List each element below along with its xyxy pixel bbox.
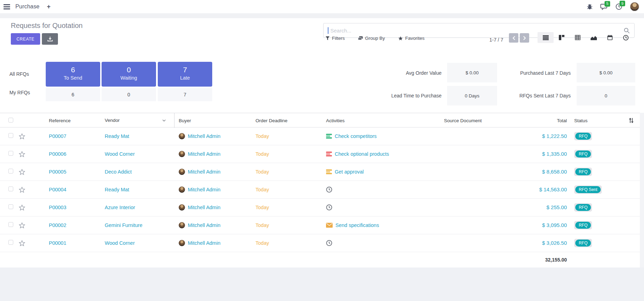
order-deadline: Today: [256, 187, 269, 192]
table-row[interactable]: P00003 Azure Interior Mitchell Admin Tod…: [0, 199, 640, 216]
bug-icon[interactable]: [587, 4, 593, 10]
rfq-list: Reference Vendor Buyer Order Deadline Ac…: [0, 113, 640, 268]
activity-mail-icon[interactable]: [326, 223, 333, 228]
reference-link[interactable]: P00006: [49, 151, 66, 157]
vendor-link[interactable]: Gemini Furniture: [105, 222, 142, 228]
list-view-button[interactable]: [538, 32, 554, 43]
row-checkbox[interactable]: [8, 151, 13, 156]
buyer-link[interactable]: Mitchell Admin: [188, 133, 220, 139]
list-scrollbar[interactable]: [640, 113, 644, 267]
messages-icon[interactable]: 5: [600, 3, 608, 10]
pager-previous-button[interactable]: [509, 33, 518, 43]
buyer-avatar: [179, 186, 185, 193]
my-waiting-count[interactable]: 0: [102, 88, 156, 101]
stat-label-lead-time: Lead Time to Purchase: [391, 93, 442, 98]
favorite-star-icon[interactable]: [19, 169, 25, 175]
favorite-star-icon[interactable]: [19, 133, 25, 139]
favorite-star-icon[interactable]: [19, 222, 25, 228]
favorite-star-icon[interactable]: [19, 151, 25, 157]
reference-link[interactable]: P00001: [49, 240, 66, 246]
buyer-link[interactable]: Mitchell Admin: [188, 169, 220, 175]
activity-link[interactable]: Send specifications: [335, 222, 379, 228]
select-all-checkbox[interactable]: [8, 118, 13, 123]
status-badge: RFQ: [575, 222, 591, 229]
header-vendor[interactable]: Vendor: [105, 113, 175, 128]
table-row[interactable]: P00002 Gemini Furniture Mitchell Admin T…: [0, 216, 640, 234]
header-activities[interactable]: Activities: [326, 118, 424, 123]
activity-tasks-icon[interactable]: [326, 152, 332, 156]
vendor-link[interactable]: Ready Mat: [105, 133, 129, 139]
activity-tasks-icon[interactable]: [326, 169, 332, 174]
table-row[interactable]: P00005 Deco Addict Mitchell Admin Today …: [0, 163, 640, 181]
favorite-star-icon[interactable]: [19, 240, 25, 246]
plus-icon[interactable]: +: [47, 3, 51, 10]
graph-view-button[interactable]: [586, 32, 602, 43]
app-name[interactable]: Purchase: [15, 3, 39, 10]
optional-columns-icon[interactable]: [629, 118, 634, 123]
row-checkbox[interactable]: [8, 133, 13, 138]
activity-clock-icon[interactable]: [326, 204, 332, 211]
table-row[interactable]: P00007 Ready Mat Mitchell Admin Today Ch…: [0, 127, 640, 145]
activity-link[interactable]: Check competitors: [335, 133, 377, 139]
header-reference[interactable]: Reference: [34, 118, 105, 123]
activity-clock-icon[interactable]: 9: [615, 3, 622, 10]
reference-link[interactable]: P00003: [49, 205, 66, 210]
table-row[interactable]: P00004 Ready Mat Mitchell Admin Today $ …: [0, 181, 640, 199]
vendor-link[interactable]: Azure Interior: [105, 205, 135, 210]
vendor-link[interactable]: Ready Mat: [105, 187, 129, 192]
reference-link[interactable]: P00005: [49, 169, 66, 175]
favorite-star-icon[interactable]: [19, 187, 25, 193]
create-button[interactable]: CREATE: [11, 33, 40, 45]
buyer-avatar: [179, 169, 185, 175]
filters-button[interactable]: Filters: [326, 36, 345, 41]
calendar-view-icon: [607, 35, 613, 40]
pager-next-button[interactable]: [520, 33, 529, 43]
export-button[interactable]: [42, 33, 58, 45]
row-checkbox[interactable]: [8, 169, 13, 174]
header-total[interactable]: Total: [502, 118, 570, 123]
activity-tasks-icon[interactable]: [326, 134, 332, 139]
row-checkbox[interactable]: [8, 222, 13, 227]
activity-view-button[interactable]: [618, 32, 634, 43]
chevron-down-icon: [162, 119, 166, 122]
tile-late[interactable]: 7 Late: [158, 62, 212, 87]
activity-link[interactable]: Check optional products: [335, 151, 389, 157]
kanban-view-button[interactable]: [554, 32, 570, 43]
reference-link[interactable]: P00007: [49, 133, 66, 139]
header-source-document[interactable]: Source Document: [424, 118, 502, 123]
tile-waiting[interactable]: 0 Waiting: [102, 62, 156, 87]
activity-clock-icon[interactable]: [326, 240, 332, 246]
activity-clock-icon[interactable]: [326, 186, 332, 193]
table-row[interactable]: P00006 Wood Corner Mitchell Admin Today …: [0, 145, 640, 163]
vendor-link[interactable]: Wood Corner: [105, 240, 135, 246]
buyer-link[interactable]: Mitchell Admin: [188, 222, 220, 228]
favorite-star-icon[interactable]: [19, 205, 25, 211]
my-to-send-count[interactable]: 6: [46, 88, 100, 101]
header-buyer[interactable]: Buyer: [175, 118, 256, 123]
user-avatar[interactable]: [630, 2, 639, 11]
header-order-deadline[interactable]: Order Deadline: [256, 118, 326, 123]
vendor-link[interactable]: Deco Addict: [105, 169, 132, 175]
calendar-view-button[interactable]: [602, 32, 618, 43]
buyer-link[interactable]: Mitchell Admin: [188, 205, 220, 210]
header-status[interactable]: Status: [570, 118, 623, 123]
row-checkbox[interactable]: [8, 204, 13, 209]
row-checkbox[interactable]: [8, 186, 13, 191]
reference-link[interactable]: P00004: [49, 187, 66, 192]
tile-to-send[interactable]: 6 To Send: [46, 62, 100, 87]
menu-icon[interactable]: [3, 4, 10, 9]
table-header-row: Reference Vendor Buyer Order Deadline Ac…: [0, 113, 640, 127]
buyer-link[interactable]: Mitchell Admin: [188, 240, 220, 246]
group-by-button[interactable]: Group By: [358, 36, 385, 41]
my-late-count[interactable]: 7: [158, 88, 212, 101]
buyer-link[interactable]: Mitchell Admin: [188, 187, 220, 192]
page-background: [0, 267, 644, 301]
activity-link[interactable]: Get approval: [335, 169, 364, 175]
reference-link[interactable]: P00002: [49, 222, 66, 228]
row-checkbox[interactable]: [8, 240, 13, 245]
vendor-link[interactable]: Wood Corner: [105, 151, 135, 157]
buyer-link[interactable]: Mitchell Admin: [188, 151, 220, 157]
pivot-view-button[interactable]: [570, 32, 586, 43]
table-row[interactable]: P00001 Wood Corner Mitchell Admin Today …: [0, 234, 640, 252]
favorites-button[interactable]: Favorites: [398, 36, 425, 41]
